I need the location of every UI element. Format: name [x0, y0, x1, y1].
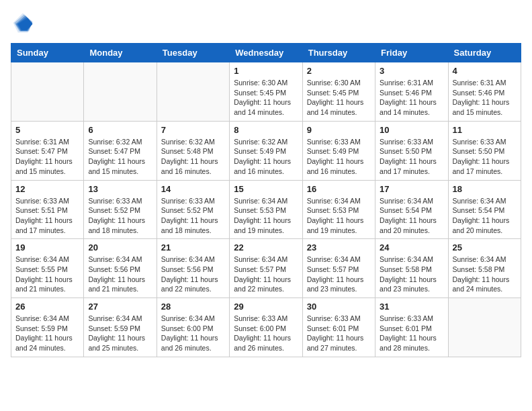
day-number: 20 [88, 242, 152, 253]
day-number: 26 [15, 302, 79, 312]
day-header-saturday: Saturday [448, 44, 521, 62]
day-info: Sunrise: 6:34 AMSunset: 5:59 PMDaylight:… [88, 314, 152, 353]
calendar-day-cell: 8Sunrise: 6:32 AMSunset: 5:49 PMDaylight… [230, 121, 302, 180]
day-info: Sunrise: 6:34 AMSunset: 5:59 PMDaylight:… [15, 314, 79, 353]
day-info: Sunrise: 6:32 AMSunset: 5:47 PMDaylight:… [88, 137, 152, 177]
day-info: Sunrise: 6:34 AMSunset: 5:57 PMDaylight:… [234, 255, 298, 294]
calendar-day-cell: 18Sunrise: 6:34 AMSunset: 5:54 PMDayligh… [448, 180, 521, 239]
day-info: Sunrise: 6:33 AMSunset: 5:52 PMDaylight:… [88, 196, 152, 236]
day-number: 7 [161, 125, 225, 135]
day-number: 23 [307, 242, 371, 253]
calendar-day-cell: 25Sunrise: 6:34 AMSunset: 5:58 PMDayligh… [448, 239, 521, 298]
day-number: 22 [234, 242, 298, 253]
calendar-day-cell: 29Sunrise: 6:33 AMSunset: 6:00 PMDayligh… [230, 298, 302, 357]
calendar-day-cell: 4Sunrise: 6:31 AMSunset: 5:46 PMDaylight… [448, 62, 521, 122]
calendar-day-cell: 12Sunrise: 6:33 AMSunset: 5:51 PMDayligh… [11, 180, 84, 239]
calendar-day-cell: 13Sunrise: 6:33 AMSunset: 5:52 PMDayligh… [84, 180, 157, 239]
calendar-day-cell: 3Sunrise: 6:31 AMSunset: 5:46 PMDaylight… [375, 62, 448, 122]
day-number: 4 [453, 66, 517, 76]
day-number: 15 [234, 184, 298, 194]
day-number: 9 [307, 125, 371, 135]
day-number: 2 [307, 66, 371, 76]
day-number: 11 [453, 125, 517, 135]
day-info: Sunrise: 6:34 AMSunset: 5:55 PMDaylight:… [15, 255, 79, 294]
logo-icon [11, 11, 35, 35]
day-info: Sunrise: 6:34 AMSunset: 5:54 PMDaylight:… [453, 196, 517, 236]
calendar-day-cell: 1Sunrise: 6:30 AMSunset: 5:45 PMDaylight… [230, 62, 302, 122]
calendar-day-cell: 19Sunrise: 6:34 AMSunset: 5:55 PMDayligh… [11, 239, 84, 298]
page-header [11, 11, 521, 35]
day-header-sunday: Sunday [11, 44, 84, 62]
logo [11, 11, 38, 35]
day-number: 5 [15, 125, 79, 135]
day-number: 3 [380, 66, 443, 76]
day-number: 21 [161, 242, 225, 253]
day-info: Sunrise: 6:34 AMSunset: 5:54 PMDaylight:… [380, 196, 443, 236]
calendar-day-cell: 28Sunrise: 6:34 AMSunset: 6:00 PMDayligh… [157, 298, 229, 357]
day-header-monday: Monday [84, 44, 157, 62]
day-info: Sunrise: 6:34 AMSunset: 5:58 PMDaylight:… [380, 255, 443, 294]
calendar-day-cell: 2Sunrise: 6:30 AMSunset: 5:45 PMDaylight… [302, 62, 375, 122]
calendar-day-cell: 20Sunrise: 6:34 AMSunset: 5:56 PMDayligh… [84, 239, 157, 298]
calendar-day-cell: 7Sunrise: 6:32 AMSunset: 5:48 PMDaylight… [157, 121, 229, 180]
day-info: Sunrise: 6:32 AMSunset: 5:48 PMDaylight:… [161, 137, 225, 177]
calendar-day-cell: 27Sunrise: 6:34 AMSunset: 5:59 PMDayligh… [84, 298, 157, 357]
calendar-week-row: 19Sunrise: 6:34 AMSunset: 5:55 PMDayligh… [11, 239, 521, 298]
calendar-day-cell [157, 62, 229, 122]
calendar-day-cell: 22Sunrise: 6:34 AMSunset: 5:57 PMDayligh… [230, 239, 302, 298]
day-info: Sunrise: 6:33 AMSunset: 5:51 PMDaylight:… [15, 196, 79, 236]
day-number: 13 [88, 184, 152, 194]
calendar-day-cell: 6Sunrise: 6:32 AMSunset: 5:47 PMDaylight… [84, 121, 157, 180]
day-number: 14 [161, 184, 225, 194]
day-number: 6 [88, 125, 152, 135]
day-info: Sunrise: 6:33 AMSunset: 5:52 PMDaylight:… [161, 196, 225, 236]
day-number: 12 [15, 184, 79, 194]
day-info: Sunrise: 6:34 AMSunset: 5:53 PMDaylight:… [234, 196, 298, 236]
day-info: Sunrise: 6:33 AMSunset: 5:50 PMDaylight:… [380, 137, 443, 177]
day-info: Sunrise: 6:31 AMSunset: 5:47 PMDaylight:… [15, 137, 79, 177]
day-number: 31 [380, 302, 443, 312]
calendar-day-cell: 16Sunrise: 6:34 AMSunset: 5:53 PMDayligh… [302, 180, 375, 239]
calendar-day-cell: 30Sunrise: 6:33 AMSunset: 6:01 PMDayligh… [302, 298, 375, 357]
day-header-tuesday: Tuesday [157, 44, 229, 62]
calendar-week-row: 26Sunrise: 6:34 AMSunset: 5:59 PMDayligh… [11, 298, 521, 357]
day-number: 27 [88, 302, 152, 312]
day-info: Sunrise: 6:30 AMSunset: 5:45 PMDaylight:… [234, 78, 298, 118]
day-number: 29 [234, 302, 298, 312]
calendar-day-cell [11, 62, 84, 122]
day-info: Sunrise: 6:33 AMSunset: 6:01 PMDaylight:… [380, 314, 443, 353]
calendar-day-cell: 15Sunrise: 6:34 AMSunset: 5:53 PMDayligh… [230, 180, 302, 239]
day-number: 16 [307, 184, 371, 194]
calendar-day-cell: 17Sunrise: 6:34 AMSunset: 5:54 PMDayligh… [375, 180, 448, 239]
day-info: Sunrise: 6:33 AMSunset: 6:01 PMDaylight:… [307, 314, 371, 353]
day-info: Sunrise: 6:31 AMSunset: 5:46 PMDaylight:… [380, 78, 443, 118]
calendar-day-cell: 21Sunrise: 6:34 AMSunset: 5:56 PMDayligh… [157, 239, 229, 298]
calendar-day-cell: 31Sunrise: 6:33 AMSunset: 6:01 PMDayligh… [375, 298, 448, 357]
calendar-day-cell: 10Sunrise: 6:33 AMSunset: 5:50 PMDayligh… [375, 121, 448, 180]
day-number: 19 [15, 242, 79, 253]
day-info: Sunrise: 6:34 AMSunset: 5:58 PMDaylight:… [453, 255, 517, 294]
calendar-day-cell: 26Sunrise: 6:34 AMSunset: 5:59 PMDayligh… [11, 298, 84, 357]
calendar-day-cell: 11Sunrise: 6:33 AMSunset: 5:50 PMDayligh… [448, 121, 521, 180]
day-info: Sunrise: 6:32 AMSunset: 5:49 PMDaylight:… [234, 137, 298, 177]
calendar-week-row: 12Sunrise: 6:33 AMSunset: 5:51 PMDayligh… [11, 180, 521, 239]
day-info: Sunrise: 6:34 AMSunset: 5:56 PMDaylight:… [88, 255, 152, 294]
day-info: Sunrise: 6:33 AMSunset: 5:49 PMDaylight:… [307, 137, 371, 177]
day-info: Sunrise: 6:33 AMSunset: 6:00 PMDaylight:… [234, 314, 298, 353]
day-info: Sunrise: 6:33 AMSunset: 5:50 PMDaylight:… [453, 137, 517, 177]
day-number: 17 [380, 184, 443, 194]
calendar-day-cell: 23Sunrise: 6:34 AMSunset: 5:57 PMDayligh… [302, 239, 375, 298]
day-info: Sunrise: 6:34 AMSunset: 5:56 PMDaylight:… [161, 255, 225, 294]
day-number: 10 [380, 125, 443, 135]
day-info: Sunrise: 6:34 AMSunset: 6:00 PMDaylight:… [161, 314, 225, 353]
day-info: Sunrise: 6:34 AMSunset: 5:57 PMDaylight:… [307, 255, 371, 294]
calendar-day-cell [448, 298, 521, 357]
day-header-thursday: Thursday [302, 44, 375, 62]
day-info: Sunrise: 6:34 AMSunset: 5:53 PMDaylight:… [307, 196, 371, 236]
day-number: 8 [234, 125, 298, 135]
calendar-header-row: SundayMondayTuesdayWednesdayThursdayFrid… [11, 44, 521, 62]
calendar-day-cell: 5Sunrise: 6:31 AMSunset: 5:47 PMDaylight… [11, 121, 84, 180]
calendar-day-cell: 24Sunrise: 6:34 AMSunset: 5:58 PMDayligh… [375, 239, 448, 298]
calendar-week-row: 1Sunrise: 6:30 AMSunset: 5:45 PMDaylight… [11, 62, 521, 122]
calendar-week-row: 5Sunrise: 6:31 AMSunset: 5:47 PMDaylight… [11, 121, 521, 180]
